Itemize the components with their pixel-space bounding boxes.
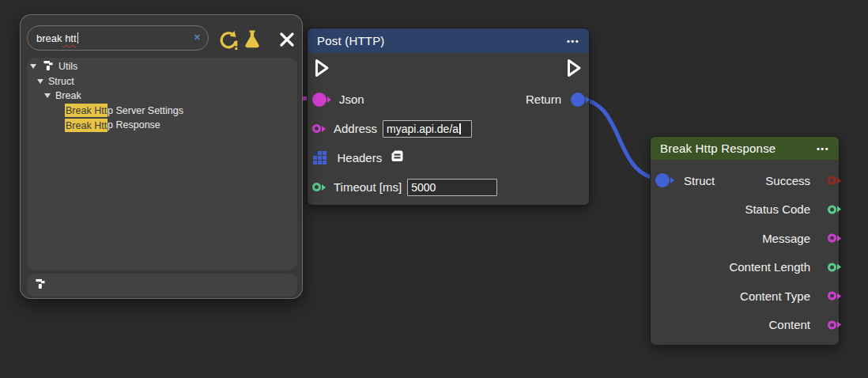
tree-item-struct[interactable]: Struct [27,74,297,89]
chevron-down-icon[interactable] [37,79,43,84]
chevron-down-icon[interactable] [44,93,51,98]
row-headers: Headers [308,143,589,172]
node-menu-button[interactable]: ••• [817,144,829,153]
search-input[interactable]: break htt ✕ [27,25,209,51]
selected-category-bar[interactable] [27,274,297,297]
content-type-output-port[interactable] [828,292,836,301]
node-post-http-header[interactable]: Post (HTTP) ••• [308,28,589,53]
timeout-field[interactable]: 5000 [407,179,497,196]
row-struct-success: Struct Success [651,166,839,195]
tree-item-label: Break [55,90,81,101]
return-output-port[interactable] [571,93,585,107]
struct-input-port[interactable] [655,173,670,187]
status-code-port-label: Status Code [745,202,810,216]
search-results-tree: Utils Struct Break Break Http Server Set… [27,58,297,270]
row-json-return: Json Return [308,85,589,114]
content-length-port-label: Content Length [729,260,810,274]
close-icon[interactable] [275,28,299,51]
content-output-port[interactable] [828,320,836,329]
hammer-icon [43,59,54,74]
exec-in-pin[interactable] [314,58,330,81]
flask-icon[interactable] [240,28,264,51]
exec-out-pin[interactable] [566,58,583,81]
success-output-port[interactable] [828,176,836,185]
content-type-port-label: Content Type [740,289,810,303]
content-port-label: Content [768,318,810,331]
message-port-label: Message [762,232,810,245]
row-message: Message [651,224,839,253]
address-field[interactable]: myapi.api.de/a [383,120,472,138]
node-search-panel: break htt ✕ [20,14,303,299]
timeout-port-label: Timeout [ms] [334,180,402,194]
hammer-icon [35,278,46,293]
return-port-label: Return [526,93,561,106]
node-post-http[interactable]: Post (HTTP) ••• Json Return [307,28,590,206]
row-status-code: Status Code [651,195,839,225]
search-text: break htt [36,32,77,44]
message-output-port[interactable] [828,234,836,243]
json-port-label: Json [339,93,364,106]
tree-item-label: Struct [48,76,74,87]
row-timeout: Timeout [ms] 5000 [308,172,589,202]
address-input-port[interactable] [312,124,321,133]
wire-return-to-struct[interactable] [579,99,661,180]
node-break-http-response[interactable]: Break Http Response ••• Struct Success S… [650,136,840,346]
row-content: Content [651,311,839,340]
struct-grid-icon[interactable] [313,151,326,164]
tree-item-break-http-response[interactable]: Break Http Response [27,118,297,133]
tree-item-utils[interactable]: Utils [27,59,297,74]
json-input-port[interactable] [312,93,326,107]
timeout-input-port[interactable] [312,183,321,191]
node-menu-button[interactable]: ••• [567,36,579,46]
row-content-type: Content Type [651,282,839,311]
tree-item-label: Utils [58,61,77,72]
row-content-length: Content Length [651,253,839,282]
search-match-highlight: Break Htt [65,104,108,117]
node-editor-canvas: Post (HTTP) ••• Json Return [0,0,868,378]
headers-port-label: Headers [338,151,383,164]
status-code-output-port[interactable] [828,205,836,214]
document-icon[interactable] [390,149,404,166]
text-caret [77,32,79,43]
row-address: Address myapi.api.de/a [308,114,589,143]
node-title: Break Http Response [660,142,817,155]
success-port-label: Success [765,174,810,187]
node-break-header[interactable]: Break Http Response ••• [651,137,839,160]
node-title: Post (HTTP) [317,34,567,47]
struct-port-label: Struct [684,174,715,187]
chevron-down-icon[interactable] [30,64,36,69]
address-port-label: Address [334,122,377,135]
tree-item-break-http-server-settings[interactable]: Break Http Server Settings [27,104,297,119]
tree-item-break[interactable]: Break [27,89,297,104]
text-caret [459,123,461,134]
content-length-output-port[interactable] [828,263,836,271]
search-match-highlight: Break Htt [65,119,108,132]
clear-search-icon[interactable]: ✕ [194,32,201,43]
refresh-alert-icon[interactable] [217,28,240,51]
